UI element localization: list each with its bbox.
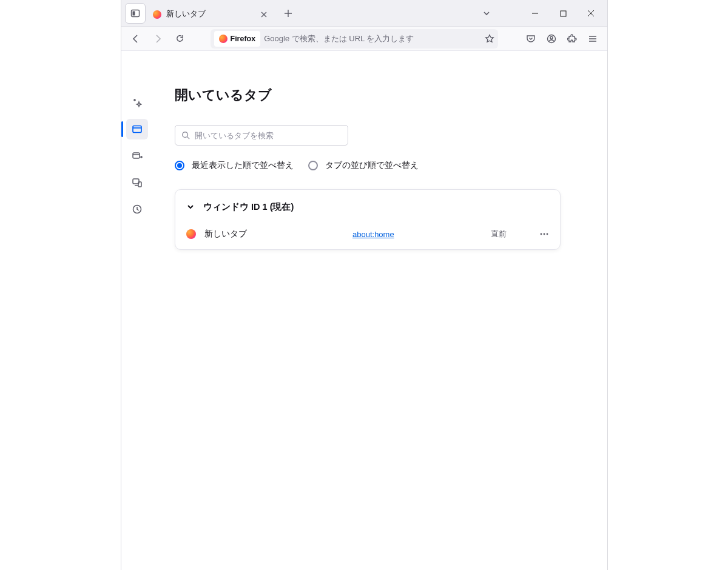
sort-by-recent-label: 最近表示した順で並べ替え — [192, 160, 294, 171]
list-all-tabs-button[interactable] — [476, 4, 497, 22]
new-tab-button[interactable] — [279, 4, 297, 22]
window-group-header[interactable]: ウィンドウ ID 1 (現在) — [175, 192, 560, 221]
identity-label: Firefox — [231, 35, 256, 43]
pocket-icon — [526, 34, 536, 44]
extensions-button[interactable] — [562, 29, 582, 49]
svg-rect-0 — [132, 10, 140, 16]
reload-icon — [175, 34, 184, 43]
back-button[interactable] — [126, 29, 146, 49]
svg-point-13 — [547, 233, 548, 235]
window-group-card: ウィンドウ ID 1 (現在) 新しいタブ about:home 直前 — [175, 189, 561, 250]
window-group-title: ウィンドウ ID 1 (現在) — [203, 201, 294, 213]
svg-rect-8 — [138, 182, 141, 187]
puzzle-icon — [567, 34, 577, 44]
close-icon — [587, 10, 595, 17]
close-icon — [260, 11, 268, 18]
plus-icon — [284, 9, 292, 18]
tab-strip: 新しいタブ — [121, 0, 607, 27]
search-input[interactable] — [195, 131, 342, 140]
hamburger-icon — [588, 34, 598, 44]
account-icon — [547, 34, 556, 44]
reload-button[interactable] — [170, 29, 189, 49]
chevron-down-icon — [482, 9, 491, 18]
urlbar-container: Firefox — [192, 29, 516, 49]
browser-window: 新しいタブ — [121, 0, 608, 570]
more-horizontal-icon — [539, 229, 549, 239]
chevron-down-icon — [186, 203, 195, 211]
page-title: 開いているタブ — [175, 86, 583, 104]
rail-item-open-tabs[interactable] — [126, 119, 148, 139]
devices-icon — [132, 177, 143, 188]
svg-point-4 — [550, 36, 553, 39]
firefox-favicon-icon — [186, 229, 196, 239]
svg-rect-5 — [133, 126, 141, 133]
sidebar-toggle-button[interactable] — [125, 3, 146, 24]
svg-point-12 — [544, 233, 545, 235]
svg-rect-2 — [561, 11, 566, 16]
account-button[interactable] — [542, 29, 561, 49]
main-panel: 開いているタブ 最近表示した順で並べ替え タブの並び順で並べ替え — [153, 51, 607, 570]
sort-by-tab-order-label: タブの並び順で並べ替え — [325, 160, 419, 171]
identity-box[interactable]: Firefox — [214, 31, 261, 47]
sparkle-icon — [132, 97, 143, 108]
tab-row-url[interactable]: about:home — [352, 230, 394, 239]
tab-title: 新しいタブ — [166, 9, 252, 19]
sort-by-tab-order-radio[interactable]: タブの並び順で並べ替え — [308, 160, 419, 171]
forward-button[interactable] — [148, 29, 167, 49]
star-icon — [485, 34, 494, 44]
sort-options: 最近表示した順で並べ替え タブの並び順で並べ替え — [175, 160, 583, 171]
tab-row-time: 直前 — [491, 229, 507, 240]
sort-by-recent-radio[interactable]: 最近表示した順で並べ替え — [175, 160, 294, 171]
svg-rect-1 — [133, 11, 135, 15]
toolbar-right — [521, 29, 602, 49]
clock-icon — [132, 204, 143, 215]
rail-item-other-devices[interactable] — [126, 172, 148, 193]
window-maximize-button[interactable] — [549, 0, 577, 27]
maximize-icon — [560, 10, 567, 17]
rail-item-recent[interactable] — [126, 92, 148, 113]
content-area: 開いているタブ 最近表示した順で並べ替え タブの並び順で並べ替え — [121, 51, 607, 570]
forward-arrow-icon — [153, 34, 163, 44]
bookmark-star-button[interactable] — [485, 34, 494, 44]
tab[interactable]: 新しいタブ — [148, 4, 275, 25]
tab-close-button[interactable] — [257, 8, 271, 21]
svg-point-11 — [541, 233, 542, 235]
radio-icon — [175, 161, 184, 170]
back-arrow-icon — [131, 34, 141, 44]
sidebar-icon — [130, 8, 140, 18]
window-icon — [132, 124, 143, 135]
window-minimize-button[interactable] — [521, 0, 549, 27]
tab-row-menu-button[interactable] — [539, 229, 549, 239]
tab-row-title: 新しいタブ — [204, 229, 344, 240]
minimize-icon — [531, 10, 539, 17]
search-icon — [181, 131, 190, 139]
tab-row[interactable]: 新しいタブ about:home 直前 — [175, 221, 560, 247]
rail-item-history[interactable] — [126, 199, 148, 220]
nav-toolbar: Firefox — [121, 27, 607, 51]
firefox-logo-icon — [219, 35, 228, 43]
tabstrip-right — [476, 0, 605, 27]
firefox-favicon-icon — [153, 10, 161, 19]
side-rail — [121, 51, 153, 570]
urlbar[interactable]: Firefox — [211, 29, 498, 49]
svg-point-10 — [183, 132, 188, 138]
svg-rect-6 — [133, 153, 140, 158]
rail-item-recently-closed[interactable] — [126, 146, 148, 166]
radio-icon — [308, 161, 318, 170]
window-plus-icon — [132, 150, 143, 161]
urlbar-input[interactable] — [264, 34, 480, 43]
app-menu-button[interactable] — [583, 29, 602, 49]
window-close-button[interactable] — [577, 0, 605, 27]
pocket-button[interactable] — [521, 29, 541, 49]
search-open-tabs[interactable] — [175, 125, 348, 146]
